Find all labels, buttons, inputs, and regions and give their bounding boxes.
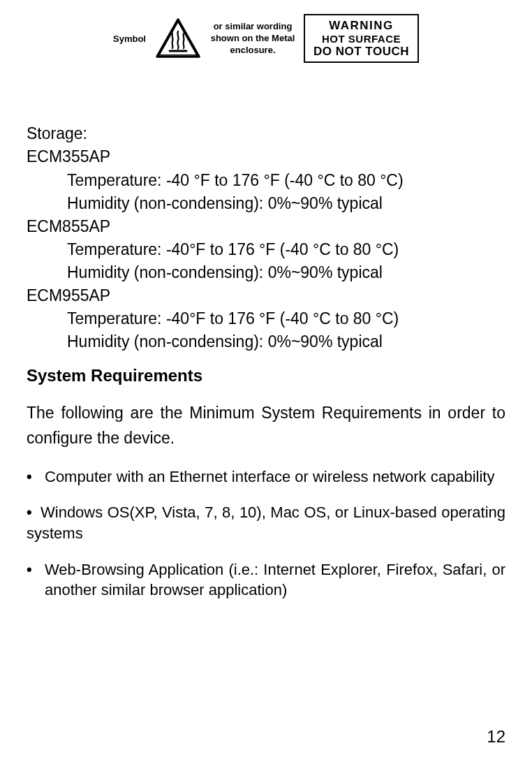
- storage-heading: Storage:: [27, 122, 505, 145]
- humidity-spec: Humidity (non-condensing): 0%~90% typica…: [27, 261, 505, 284]
- bullet-dot-icon: •: [27, 559, 45, 601]
- humidity-spec: Humidity (non-condensing): 0%~90% typica…: [27, 330, 505, 353]
- similar-wording-text: or similar wording shown on the Metal en…: [207, 21, 298, 57]
- model-name: ECM355AP: [27, 145, 505, 168]
- bullet-text: Windows OS(XP, Vista, 7, 8, 10), Mac OS,…: [27, 504, 505, 542]
- model-name: ECM855AP: [27, 215, 505, 238]
- warning-symbol-row: Symbol or similar wording shown on the M…: [27, 14, 505, 63]
- bullet-item: • Computer with an Ethernet interface or…: [27, 467, 505, 487]
- bullet-item: • Web-Browsing Application (i.e.: Intern…: [27, 559, 505, 601]
- symbol-label: Symbol: [113, 34, 146, 44]
- bullet-dot-icon: •: [27, 467, 45, 487]
- hot-surface-icon: [154, 17, 202, 59]
- bullet-dot-icon: •: [27, 502, 40, 523]
- system-requirements-intro: The following are the Minimum System Req…: [27, 401, 505, 450]
- temperature-spec: Temperature: -40°F to 176 °F (-40 °C to …: [27, 238, 505, 261]
- warning-line1: WARNING: [313, 19, 409, 33]
- warning-line3: DO NOT TOUCH: [313, 45, 409, 59]
- humidity-spec: Humidity (non-condensing): 0%~90% typica…: [27, 192, 505, 215]
- warning-box: WARNING HOT SURFACE DO NOT TOUCH: [304, 14, 419, 63]
- temperature-spec: Temperature: -40°F to 176 °F (-40 °C to …: [27, 307, 505, 330]
- page-number: 12: [487, 727, 505, 747]
- bullet-text: Computer with an Ethernet interface or w…: [45, 467, 505, 487]
- storage-section: Storage: ECM355AP Temperature: -40 °F to…: [27, 122, 505, 353]
- temperature-spec: Temperature: -40 °F to 176 °F (-40 °C to…: [27, 169, 505, 192]
- warning-line2: HOT SURFACE: [313, 33, 409, 45]
- system-requirements-heading: System Requirements: [27, 366, 505, 385]
- bullet-text: Web-Browsing Application (i.e.: Internet…: [45, 559, 505, 601]
- bullet-item: •Windows OS(XP, Vista, 7, 8, 10), Mac OS…: [27, 502, 505, 543]
- model-name: ECM955AP: [27, 284, 505, 307]
